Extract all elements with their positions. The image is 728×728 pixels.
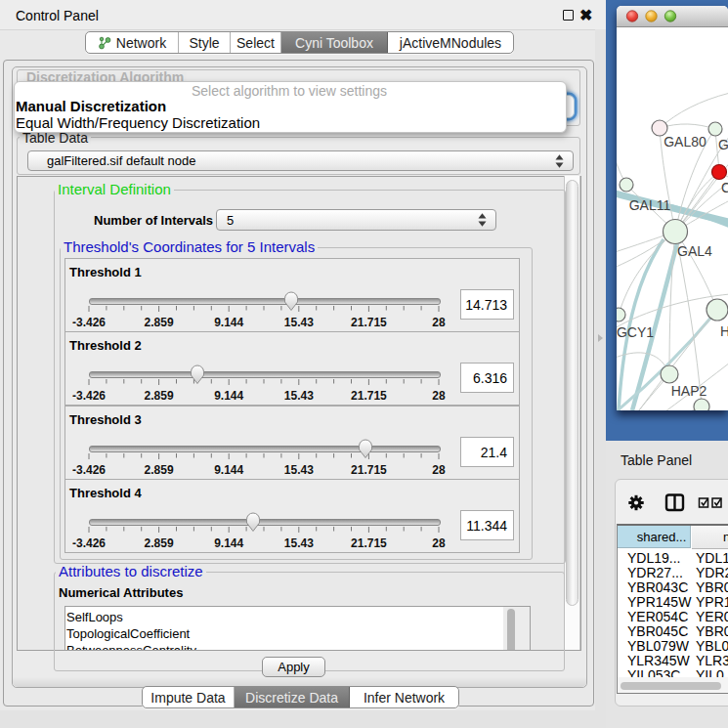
svg-text:GCY1: GCY1 [617,324,654,340]
svg-text:GAL4: GAL4 [677,243,712,259]
svg-text:HIS4: HIS4 [720,323,728,339]
svg-text:CYC: CYC [721,180,728,195]
svg-text:HAP2: HAP2 [671,383,707,399]
svg-text:GAL80: GAL80 [664,134,707,150]
svg-text:GAL3: GAL3 [718,137,728,152]
svg-text:GAL11: GAL11 [629,197,671,213]
